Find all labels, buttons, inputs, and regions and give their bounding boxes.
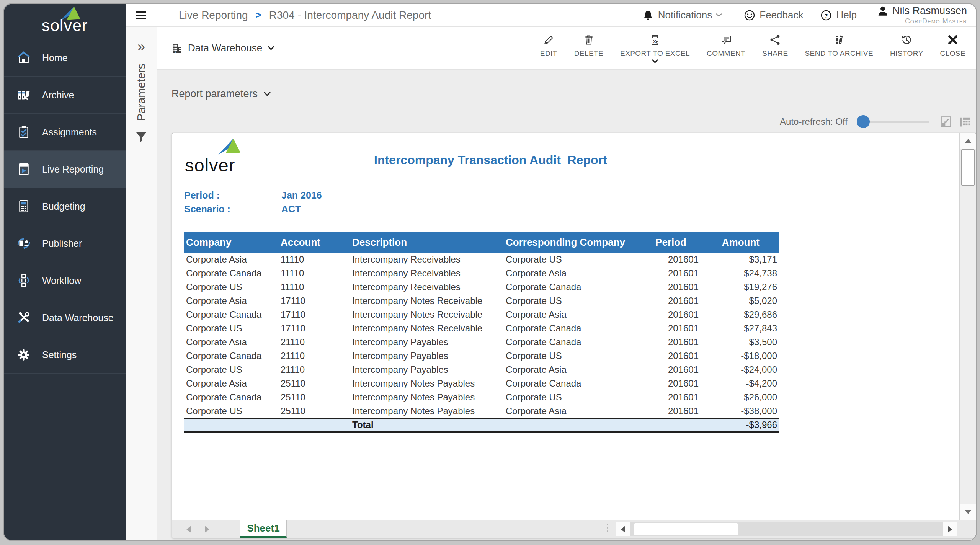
sidebar-item-label: Workflow	[42, 275, 81, 286]
scroll-right-button[interactable]	[943, 522, 957, 536]
chevron-down-icon	[716, 13, 722, 18]
sidebar-item-publisher[interactable]: Publisher	[4, 225, 126, 262]
column-header: Corresponding Company	[503, 237, 652, 248]
previous-sheet-icon[interactable]	[186, 526, 191, 533]
feedback-label: Feedback	[760, 9, 803, 21]
table-row: Corporate Asia 11110 Intercompany Receiv…	[184, 253, 779, 266]
bell-icon	[643, 10, 653, 21]
export-to-excel-button[interactable]: X EXPORT TO EXCEL	[620, 33, 690, 64]
sidebar-item-live-reporting[interactable]: Live Reporting	[4, 150, 126, 188]
breadcrumb-section[interactable]: Live Reporting	[179, 9, 248, 21]
app-window: solver Home	[3, 3, 977, 541]
sidebar-item-archive[interactable]: Archive	[4, 76, 126, 113]
data-source-label: Data Warehouse	[188, 42, 262, 54]
delete-button[interactable]: DELETE	[574, 33, 603, 58]
report-table-body: Corporate Asia 11110 Intercompany Receiv…	[184, 253, 779, 418]
sidebar-item-home[interactable]: Home	[4, 39, 126, 76]
home-icon	[14, 51, 34, 65]
grid-view-icon[interactable]	[959, 115, 972, 128]
period-label: Period :	[184, 190, 281, 201]
column-header: Company	[184, 237, 276, 248]
column-header: Description	[348, 237, 503, 248]
scroll-left-button[interactable]	[616, 522, 630, 536]
chevron-down-icon	[652, 59, 658, 64]
vertical-scrollbar[interactable]	[959, 133, 976, 520]
report-actions: EDIT DELETE	[523, 33, 976, 64]
sidebar-item-workflow[interactable]: Workflow	[4, 262, 126, 299]
feedback-button[interactable]: Feedback	[744, 9, 803, 21]
archive-icon	[14, 88, 34, 102]
auto-refresh-slider[interactable]	[857, 113, 933, 130]
horizontal-scroll-thumb[interactable]	[634, 523, 738, 535]
table-row: Corporate Canada 21110 Intercompany Paya…	[184, 349, 779, 363]
report-meta: Period : Jan 2016 Scenario : ACT	[184, 188, 322, 216]
user-icon	[877, 5, 889, 16]
scroll-down-button[interactable]	[960, 504, 976, 520]
horizontal-scroll-track[interactable]	[630, 522, 943, 536]
parameters-label[interactable]: Parameters	[135, 64, 148, 121]
topbar-divider	[867, 7, 867, 23]
breadcrumb-page: R304 - Intercompany Audit Report	[269, 9, 431, 21]
auto-refresh-controls: Auto-refresh: Off	[780, 113, 972, 130]
table-row: Corporate US 21110 Intercompany Payables…	[184, 363, 779, 377]
pencil-icon	[543, 34, 554, 46]
sheet-bottom-bar: Sheet1	[172, 520, 976, 538]
history-button[interactable]: HISTORY	[890, 33, 923, 58]
total-label: Total	[348, 419, 503, 430]
auto-refresh-label: Auto-refresh: Off	[780, 116, 848, 127]
comment-button[interactable]: COMMENT	[707, 33, 745, 58]
help-button[interactable]: ? Help	[821, 9, 856, 21]
total-amount: -$3,966	[701, 419, 779, 430]
workspace: » Parameters	[126, 27, 976, 540]
report-parameters-toggle[interactable]: Report parameters	[172, 88, 271, 100]
sheet-tab-navigation	[186, 526, 209, 533]
menu-icon[interactable]	[136, 10, 146, 21]
sidebar-item-label: Publisher	[42, 238, 82, 249]
sidebar-item-data-warehouse[interactable]: Data Warehouse	[4, 299, 126, 336]
table-total-row: Total -$3,966	[184, 418, 779, 433]
scenario-value: ACT	[281, 204, 301, 215]
sidebar-item-settings[interactable]: Settings	[4, 336, 126, 373]
assignments-icon	[14, 125, 34, 139]
next-sheet-icon[interactable]	[205, 526, 209, 533]
parameters-panel: » Parameters	[126, 27, 157, 540]
scroll-up-button[interactable]	[960, 133, 976, 149]
sidebar-item-label: Home	[42, 52, 68, 64]
trash-icon	[583, 34, 595, 46]
live-reporting-icon	[14, 162, 34, 176]
notifications-button[interactable]: Notifications	[643, 9, 727, 21]
popout-icon[interactable]	[939, 115, 952, 128]
horizontal-scrollbar[interactable]	[616, 522, 957, 536]
chevron-down-icon	[264, 91, 271, 96]
sheet-tab[interactable]: Sheet1	[240, 520, 287, 538]
scrollbar-splitter-handle[interactable]	[607, 524, 608, 532]
sidebar-item-assignments[interactable]: Assignments	[4, 113, 126, 150]
user-name: Nils Rasmussen	[892, 5, 967, 17]
report-sheet: solver Intercompany Transaction Audit Re…	[172, 133, 959, 520]
table-row: Corporate US 11110 Intercompany Receivab…	[184, 280, 779, 294]
chevron-down-icon	[268, 46, 274, 51]
sidebar-item-budgeting[interactable]: Budgeting	[4, 188, 126, 225]
share-icon	[769, 34, 781, 46]
share-button[interactable]: SHARE	[762, 33, 788, 58]
sidebar-item-label: Archive	[42, 90, 74, 101]
table-header-row: Company Account Description Correspondin…	[184, 232, 779, 253]
binders-icon	[833, 34, 845, 46]
vertical-scroll-thumb[interactable]	[961, 149, 975, 186]
publisher-icon	[14, 236, 34, 251]
notifications-label: Notifications	[658, 9, 712, 21]
main-area: Live Reporting > R304 - Intercompany Aud…	[126, 4, 976, 540]
data-source-dropdown[interactable]: Data Warehouse	[171, 42, 274, 54]
data-warehouse-icon	[14, 310, 34, 325]
user-menu[interactable]: Nils Rasmussen CorpDemo Master	[877, 5, 967, 25]
close-button[interactable]: CLOSE	[940, 33, 965, 58]
expand-panel-icon[interactable]: »	[137, 40, 145, 54]
send-to-archive-button[interactable]: SEND TO ARCHIVE	[805, 33, 873, 58]
slider-knob[interactable]	[857, 115, 870, 128]
sidebar-logo-text: solver	[4, 16, 126, 35]
help-icon: ?	[821, 10, 831, 21]
close-icon	[947, 34, 959, 46]
edit-button[interactable]: EDIT	[540, 33, 557, 58]
table-row: Corporate Asia 17110 Intercompany Notes …	[184, 294, 779, 308]
filter-icon[interactable]	[136, 132, 147, 143]
